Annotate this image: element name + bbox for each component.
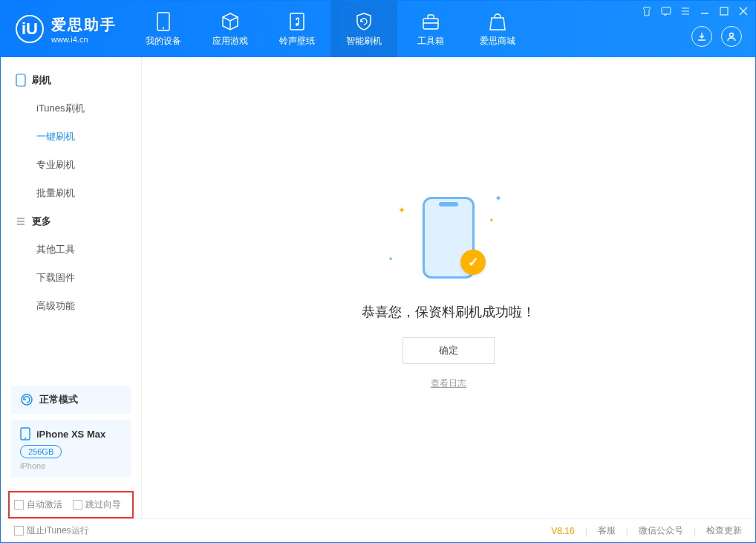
nav-apps[interactable]: 应用游戏: [197, 1, 264, 57]
feedback-icon[interactable]: [660, 5, 672, 17]
music-icon: [287, 11, 307, 32]
success-message: 恭喜您，保资料刷机成功啦！: [362, 303, 535, 321]
main-nav: 我的设备 应用游戏 铃声壁纸 智能刷机 工具箱 爱思商城: [130, 1, 531, 57]
group-title: 刷机: [32, 74, 51, 87]
svg-point-11: [25, 438, 26, 439]
sparkle-icon: •: [389, 254, 392, 264]
tshirt-icon[interactable]: [641, 5, 653, 17]
toolbox-icon: [420, 11, 441, 32]
block-itunes-label: 阻止iTunes运行: [27, 525, 89, 536]
sidebar-scroll: 刷机 iTunes刷机 一键刷机 专业刷机 批量刷机 更多 其他工具 下载固件 …: [1, 57, 141, 380]
list-icon: [16, 216, 26, 227]
device-name: iPhone XS Max: [36, 429, 105, 440]
sparkle-icon: ✦: [495, 193, 502, 204]
app-title: 爱思助手: [51, 15, 117, 35]
mode-box[interactable]: 正常模式: [11, 386, 131, 414]
user-icon[interactable]: [721, 26, 742, 47]
svg-rect-2: [290, 13, 304, 30]
cube-icon: [220, 11, 241, 32]
sparkle-icon: ✦: [398, 205, 405, 215]
footer-left: 阻止iTunes运行: [14, 524, 89, 537]
device-icon: [20, 427, 30, 440]
block-itunes-checkbox[interactable]: 阻止iTunes运行: [14, 524, 89, 537]
device-type: iPhone: [20, 461, 122, 470]
svg-point-1: [163, 27, 164, 28]
mode-label: 正常模式: [39, 393, 78, 406]
nav-toolbox[interactable]: 工具箱: [397, 1, 464, 57]
ok-button[interactable]: 确定: [403, 337, 495, 364]
nav-label: 铃声壁纸: [279, 35, 315, 48]
highlighted-options: 自动激活 跳过向导: [8, 491, 134, 518]
sidebar-item-itunes-flash[interactable]: iTunes刷机: [1, 94, 141, 123]
svg-point-3: [296, 23, 299, 26]
separator: |: [626, 526, 628, 536]
nav-label: 智能刷机: [346, 35, 382, 48]
skip-guide-checkbox[interactable]: 跳过向导: [73, 498, 121, 511]
logo-text: 爱思助手 www.i4.cn: [51, 15, 117, 44]
nav-ringtones[interactable]: 铃声壁纸: [264, 1, 330, 57]
header: iU 爱思助手 www.i4.cn 我的设备 应用游戏 铃声壁纸 智能刷机: [1, 1, 755, 57]
separator: |: [585, 526, 587, 536]
auto-activate-checkbox[interactable]: 自动激活: [14, 498, 62, 511]
device-box[interactable]: iPhone XS Max 256GB iPhone: [11, 420, 131, 478]
checkbox-icon: [73, 500, 82, 510]
minimize-icon[interactable]: [699, 5, 711, 17]
nav-label: 工具箱: [417, 35, 444, 48]
svg-rect-5: [662, 7, 671, 14]
shield-refresh-icon: [353, 11, 374, 32]
menu-icon[interactable]: [680, 5, 691, 17]
wechat-link[interactable]: 微信公众号: [639, 524, 683, 537]
main-content: ✦ ✦ • • ✓ 恭喜您，保资料刷机成功啦！ 确定 查看日志: [142, 57, 755, 518]
svg-rect-6: [720, 7, 728, 15]
sidebar: 刷机 iTunes刷机 一键刷机 专业刷机 批量刷机 更多 其他工具 下载固件 …: [1, 57, 142, 518]
checkbox-icon: [14, 500, 24, 510]
auto-activate-label: 自动激活: [27, 499, 62, 510]
footer-right: V8.16 | 客服 | 微信公众号 | 检查更新: [551, 524, 742, 537]
sidebar-group-flash[interactable]: 刷机: [1, 66, 141, 94]
nav-label: 爱思商城: [480, 35, 515, 48]
nav-flash[interactable]: 智能刷机: [330, 1, 397, 57]
footer: 阻止iTunes运行 V8.16 | 客服 | 微信公众号 | 检查更新: [1, 518, 755, 542]
titlebar-controls: [641, 5, 749, 17]
sidebar-item-other-tools[interactable]: 其他工具: [1, 235, 141, 264]
phone-icon: [153, 11, 174, 32]
maximize-icon[interactable]: [718, 5, 730, 17]
sidebar-item-batch-flash[interactable]: 批量刷机: [1, 179, 141, 207]
group-title: 更多: [32, 215, 51, 228]
sidebar-item-advanced[interactable]: 高级功能: [1, 292, 141, 320]
svg-rect-4: [423, 19, 438, 29]
refresh-icon: [20, 393, 33, 406]
view-log-link[interactable]: 查看日志: [431, 377, 466, 390]
app-window: iU 爱思助手 www.i4.cn 我的设备 应用游戏 铃声壁纸 智能刷机: [0, 0, 756, 543]
body: 刷机 iTunes刷机 一键刷机 专业刷机 批量刷机 更多 其他工具 下载固件 …: [1, 57, 755, 518]
logo-icon: iU: [16, 15, 44, 43]
device-storage: 256GB: [20, 445, 62, 458]
svg-point-7: [730, 33, 734, 37]
svg-point-9: [22, 394, 32, 405]
sparkle-icon: •: [490, 215, 493, 226]
skip-guide-label: 跳过向导: [85, 499, 121, 510]
check-update-link[interactable]: 检查更新: [706, 524, 742, 537]
check-badge-icon: ✓: [460, 250, 486, 275]
close-icon[interactable]: [737, 5, 749, 17]
sidebar-item-pro-flash[interactable]: 专业刷机: [1, 151, 141, 179]
nav-label: 我的设备: [146, 35, 181, 48]
nav-label: 应用游戏: [212, 35, 248, 48]
download-icon[interactable]: [691, 26, 712, 47]
separator: |: [694, 526, 696, 536]
nav-store[interactable]: 爱思商城: [464, 1, 531, 57]
success-illustration: ✦ ✦ • • ✓: [382, 186, 515, 290]
header-right: [691, 26, 742, 47]
sidebar-item-download-fw[interactable]: 下载固件: [1, 264, 141, 292]
svg-rect-8: [16, 74, 25, 86]
app-subtitle: www.i4.cn: [51, 35, 117, 44]
logo: iU 爱思助手 www.i4.cn: [1, 15, 130, 44]
version-label: V8.16: [551, 526, 574, 536]
nav-my-device[interactable]: 我的设备: [130, 1, 197, 57]
sidebar-group-more[interactable]: 更多: [1, 207, 141, 235]
checkbox-icon: [14, 526, 24, 536]
sidebar-item-oneclick-flash[interactable]: 一键刷机: [1, 123, 141, 151]
bag-icon: [487, 11, 508, 32]
phone-outline-icon: [16, 74, 26, 87]
support-link[interactable]: 客服: [598, 524, 616, 537]
